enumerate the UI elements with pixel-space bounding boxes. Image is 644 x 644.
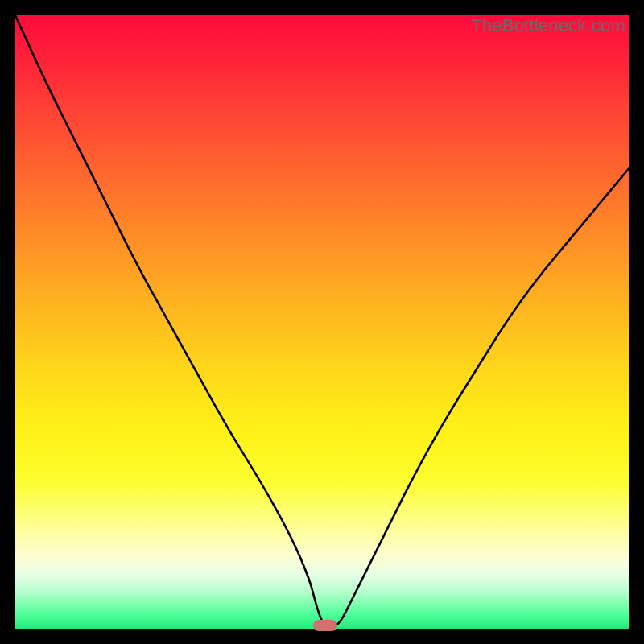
balance-marker	[313, 620, 337, 631]
bottleneck-curve	[15, 15, 629, 629]
chart-container: TheBottleneck.com	[0, 0, 644, 644]
watermark-text: TheBottleneck.com	[471, 15, 625, 36]
plot-area: TheBottleneck.com	[15, 15, 629, 629]
